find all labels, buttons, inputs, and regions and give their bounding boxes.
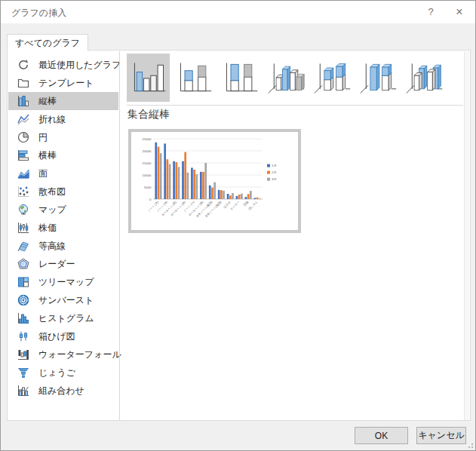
sidebar-item-treemap[interactable]: ツリーマップ (8, 273, 118, 291)
cancel-button[interactable]: キャンセル (416, 427, 466, 444)
histogram-chart-icon (17, 312, 29, 324)
sidebar-item-recents[interactable]: 最近使用したグラフ (8, 56, 118, 74)
svg-text:3月: 3月 (272, 177, 277, 181)
scrollbar-track[interactable] (464, 51, 469, 420)
sidebar-item-column[interactable]: 縦棒 (8, 92, 118, 110)
sidebar-item-label: 株価 (38, 222, 57, 235)
subtype-column-3d[interactable] (403, 54, 446, 102)
sidebar-item-label: マップ (38, 204, 66, 216)
title-bar[interactable]: グラフの挿入 ? × (1, 1, 475, 23)
chart-type-list: 最近使用したグラフテンプレート縦棒折れ線円横棒面散布図マップ株価等高線レーダーツ… (8, 56, 118, 400)
subtype-title: 集合縦棒 (127, 108, 170, 121)
sidebar-item-scatter[interactable]: 散布図 (8, 183, 118, 201)
pie-chart-icon (17, 131, 29, 143)
sidebar-item-label: 横棒 (38, 149, 57, 162)
sidebar-item-label: 折れ線 (38, 113, 66, 126)
tab-page: 最近使用したグラフテンプレート縦棒折れ線円横棒面散布図マップ株価等高線レーダーツ… (7, 50, 471, 421)
chart-preview[interactable]: 0500010000150002000025000ノート (大)ノート (中)ボ… (128, 129, 301, 233)
resize-grip[interactable] (467, 442, 473, 448)
map-chart-icon (17, 204, 29, 216)
bar-chart-icon (17, 149, 29, 161)
subtype-stacked-column-100-3d[interactable] (357, 54, 400, 102)
line-chart-icon (17, 113, 29, 125)
sidebar-item-line[interactable]: 折れ線 (8, 110, 118, 128)
svg-text:15000: 15000 (143, 161, 152, 165)
sidebar-item-label: じょうご (38, 367, 75, 379)
dialog-title: グラフの挿入 (11, 7, 66, 20)
sidebar-item-funnel[interactable]: じょうご (8, 364, 118, 382)
combo-chart-icon (17, 385, 29, 397)
recent-charts-icon (17, 59, 29, 71)
sidebar-item-area[interactable]: 面 (8, 164, 118, 183)
sidebar-item-label: サンバースト (38, 294, 94, 307)
sidebar-divider (119, 51, 120, 420)
preview-chart-svg: 0500010000150002000025000ノート (大)ノート (中)ボ… (133, 133, 296, 229)
sidebar-item-label: ヒストグラム (38, 312, 94, 325)
radar-chart-icon (17, 258, 29, 270)
subtype-clustered-column[interactable] (127, 54, 170, 102)
sidebar-item-label: 最近使用したグラフ (38, 59, 121, 72)
subtype-stacked-column-3d[interactable] (311, 54, 354, 102)
sidebar-item-map[interactable]: マップ (8, 201, 118, 219)
funnel-chart-icon (17, 367, 29, 379)
svg-text:1月: 1月 (272, 164, 277, 167)
sidebar-item-label: レーダー (38, 258, 75, 271)
ok-button[interactable]: OK (355, 427, 408, 444)
svg-text:2月: 2月 (272, 170, 277, 174)
svg-text:25000: 25000 (143, 137, 152, 141)
subtype-separator (127, 105, 463, 106)
sidebar-item-histogram[interactable]: ヒストグラム (8, 309, 118, 327)
sidebar-item-stock[interactable]: 株価 (8, 219, 118, 237)
sidebar-item-bar[interactable]: 横棒 (8, 146, 118, 164)
subtype-clustered-column-3d[interactable] (265, 54, 308, 102)
chart-subtype-strip (127, 54, 446, 102)
sidebar-item-radar[interactable]: レーダー (8, 255, 118, 273)
svg-text:10000: 10000 (143, 173, 152, 177)
sidebar-item-label: 円 (38, 131, 48, 144)
scatter-chart-icon (17, 186, 29, 198)
sunburst-chart-icon (17, 294, 29, 306)
stock-chart-icon (17, 222, 29, 234)
boxwhisker-chart-icon (17, 330, 29, 342)
subtype-stacked-column-100[interactable] (219, 54, 262, 102)
sidebar-item-label: 等高線 (38, 240, 66, 253)
sidebar-item-label: 組み合わせ (38, 385, 84, 397)
sidebar-item-sunburst[interactable]: サンバースト (8, 291, 118, 309)
area-chart-icon (17, 167, 29, 179)
sidebar-item-template[interactable]: テンプレート (8, 74, 118, 92)
tab-all-charts[interactable]: すべてのグラフ (7, 34, 88, 51)
help-icon[interactable]: ? (416, 1, 445, 23)
sidebar-item-label: 散布図 (38, 186, 66, 198)
insert-chart-dialog: グラフの挿入 ? × すべてのグラフ 最近使用したグラフテンプレート縦棒折れ線円… (0, 0, 476, 451)
template-icon (17, 77, 29, 89)
sidebar-item-surface[interactable]: 等高線 (8, 237, 118, 255)
subtype-stacked-column[interactable] (173, 54, 216, 102)
column-chart-icon (17, 95, 29, 107)
sidebar-item-label: 縦棒 (38, 95, 57, 108)
sidebar-item-label: ウォーターフォール (38, 348, 121, 361)
svg-text:5000: 5000 (144, 186, 152, 189)
svg-text:20000: 20000 (143, 149, 152, 153)
surface-chart-icon (17, 240, 29, 252)
sidebar-item-boxwhisker[interactable]: 箱ひげ図 (8, 327, 118, 345)
treemap-chart-icon (17, 276, 29, 288)
sidebar-item-combo[interactable]: 組み合わせ (8, 382, 118, 400)
sidebar-item-label: 箱ひげ図 (38, 330, 75, 343)
close-icon[interactable]: × (445, 1, 474, 23)
waterfall-chart-icon (17, 348, 29, 360)
sidebar-item-pie[interactable]: 円 (8, 128, 118, 146)
sidebar-item-label: テンプレート (38, 77, 94, 90)
sidebar-item-waterfall[interactable]: ウォーターフォール (8, 345, 118, 364)
sidebar-item-label: ツリーマップ (38, 276, 94, 289)
sidebar-item-label: 面 (38, 167, 48, 180)
